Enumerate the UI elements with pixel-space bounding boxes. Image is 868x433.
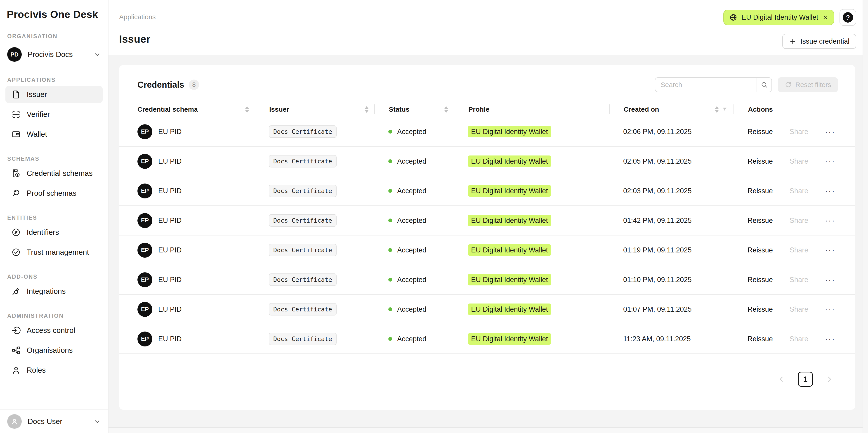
issuer-tag: Docs Certificate <box>269 155 337 167</box>
previous-page-button[interactable] <box>777 375 786 383</box>
sidebar-nav: ORGANISATION PD Procivis Docs APPLICATIO… <box>0 20 108 409</box>
actions-cell: Reissue Share ··· <box>734 216 838 225</box>
issuer-cell: Docs Certificate <box>255 217 374 224</box>
sidebar-item-label: Access control <box>27 326 75 335</box>
sidebar-item-label: Proof schemas <box>27 189 76 197</box>
sidebar-item-roles[interactable]: Roles <box>5 362 103 379</box>
org-switcher[interactable]: PD Procivis Docs <box>5 45 103 64</box>
share-link[interactable]: Share <box>789 187 808 195</box>
more-menu-icon[interactable]: ··· <box>825 337 835 341</box>
close-icon[interactable] <box>822 14 828 20</box>
sidebar-item-issuer[interactable]: Issuer <box>5 86 103 103</box>
share-link[interactable]: Share <box>789 335 808 343</box>
more-menu-icon[interactable]: ··· <box>825 159 835 163</box>
schema-name: EU PID <box>158 216 182 225</box>
sidebar-item-integrations[interactable]: Integrations <box>5 283 103 300</box>
app-root: Procivis One Desk ORGANISATION PD Prociv… <box>0 0 868 433</box>
table-row[interactable]: EP EU PID Docs Certificate Accepted EU D… <box>119 176 855 206</box>
page-header: Applications Issuer EU Digital Identity … <box>108 0 868 55</box>
table-row[interactable]: EP EU PID Docs Certificate Accepted EU D… <box>119 295 855 324</box>
more-menu-icon[interactable]: ··· <box>825 248 835 252</box>
actions-cell: Reissue Share ··· <box>734 305 838 313</box>
reissue-link[interactable]: Reissue <box>747 335 773 343</box>
more-menu-icon[interactable]: ··· <box>825 130 835 133</box>
reissue-link[interactable]: Reissue <box>747 216 773 225</box>
profile-badge: EU Digital Identity Wallet <box>468 215 551 226</box>
issue-credential-button[interactable]: Issue credential <box>782 34 856 49</box>
reissue-link[interactable]: Reissue <box>747 187 773 195</box>
share-link[interactable]: Share <box>789 128 808 136</box>
sort-icon[interactable] <box>245 106 249 113</box>
login-icon <box>11 326 21 335</box>
more-menu-icon[interactable]: ··· <box>825 219 835 222</box>
share-link[interactable]: Share <box>789 276 808 284</box>
reissue-link[interactable]: Reissue <box>747 305 773 313</box>
column-header-created-on[interactable]: Created on <box>609 104 734 114</box>
column-header-status[interactable]: Status <box>374 104 454 114</box>
search-box <box>655 77 772 92</box>
sidebar-item-label: Roles <box>27 366 46 374</box>
credential-schema-cell: EP EU PID <box>137 124 255 139</box>
sort-icon[interactable] <box>444 106 448 113</box>
more-menu-icon[interactable]: ··· <box>825 278 835 282</box>
user-menu[interactable]: Docs User <box>0 409 108 433</box>
issuer-tag: Docs Certificate <box>269 333 337 345</box>
status-cell: Accepted <box>374 128 454 136</box>
reset-filters-button[interactable]: Reset filters <box>778 77 838 92</box>
sidebar-item-organisations[interactable]: Organisations <box>5 342 103 359</box>
sort-icon[interactable] <box>715 106 719 113</box>
actions-cell: Reissue Share ··· <box>734 157 838 165</box>
sidebar-item-proof-schemas[interactable]: Proof schemas <box>5 185 103 202</box>
horizontal-scrollbar[interactable] <box>108 427 868 433</box>
reissue-link[interactable]: Reissue <box>747 246 773 254</box>
table-row[interactable]: EP EU PID Docs Certificate Accepted EU D… <box>119 147 855 176</box>
help-button[interactable]: ? <box>839 9 856 26</box>
reissue-link[interactable]: Reissue <box>747 128 773 136</box>
status-cell: Accepted <box>374 305 454 313</box>
more-menu-icon[interactable]: ··· <box>825 307 835 311</box>
schema-name: EU PID <box>158 187 182 195</box>
sort-icon[interactable] <box>365 106 368 113</box>
table-row[interactable]: EP EU PID Docs Certificate Accepted EU D… <box>119 265 855 295</box>
search-input[interactable] <box>655 81 756 89</box>
credentials-card: Credentials 8 Reset f <box>119 65 855 410</box>
profile-badge: EU Digital Identity Wallet <box>468 244 551 256</box>
schema-avatar: EP <box>137 184 152 198</box>
sidebar-item-wallet[interactable]: Wallet <box>5 126 103 143</box>
issue-credential-label: Issue credential <box>800 37 849 45</box>
profile-filter-chip[interactable]: EU Digital Identity Wallet <box>723 10 834 25</box>
filter-funnel-icon[interactable] <box>722 106 727 112</box>
sidebar-item-credential-schemas[interactable]: Credential schemas <box>5 165 103 182</box>
sidebar-item-verifier[interactable]: Verifier <box>5 106 103 123</box>
share-link[interactable]: Share <box>789 216 808 225</box>
status-dot-icon <box>388 307 392 311</box>
current-page-indicator[interactable]: 1 <box>798 372 813 387</box>
credential-schema-cell: EP EU PID <box>137 213 255 228</box>
sidebar-item-trust-management[interactable]: Trust management <box>5 244 103 261</box>
created-on-cell: 02:03 PM, 09.11.2025 <box>609 187 734 195</box>
table-row[interactable]: EP EU PID Docs Certificate Accepted EU D… <box>119 236 855 265</box>
sidebar-item-identifiers[interactable]: Identifiers <box>5 224 103 241</box>
column-header-issuer[interactable]: Issuer <box>255 104 374 114</box>
next-page-button[interactable] <box>825 375 834 383</box>
table-row[interactable]: EP EU PID Docs Certificate Accepted EU D… <box>119 324 855 354</box>
reissue-link[interactable]: Reissue <box>747 276 773 284</box>
sidebar-item-label: Organisations <box>27 346 73 354</box>
table-row[interactable]: EP EU PID Docs Certificate Accepted EU D… <box>119 117 855 147</box>
actions-cell: Reissue Share ··· <box>734 335 838 343</box>
share-link[interactable]: Share <box>789 246 808 254</box>
created-on-cell: 01:07 PM, 09.11.2025 <box>609 305 734 313</box>
vertical-scrollbar[interactable] <box>863 0 868 433</box>
table-row[interactable]: EP EU PID Docs Certificate Accepted EU D… <box>119 206 855 236</box>
plug-icon <box>11 286 21 296</box>
breadcrumb[interactable]: Applications <box>119 13 156 21</box>
sidebar-item-access-control[interactable]: Access control <box>5 322 103 339</box>
search-button[interactable] <box>757 78 772 92</box>
scan-icon <box>11 110 21 119</box>
column-header-credential-schema[interactable]: Credential schema <box>137 104 255 114</box>
share-link[interactable]: Share <box>789 305 808 313</box>
schema-name: EU PID <box>158 305 182 313</box>
share-link[interactable]: Share <box>789 157 808 165</box>
more-menu-icon[interactable]: ··· <box>825 189 835 193</box>
reissue-link[interactable]: Reissue <box>747 157 773 165</box>
